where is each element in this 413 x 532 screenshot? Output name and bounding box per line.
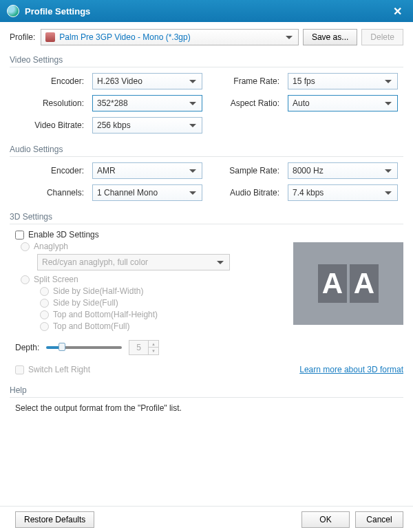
learn-more-3d-link[interactable]: Learn more about 3D format [299,365,403,374]
split-screen-radio [21,275,30,284]
spin-down-icon: ▼ [149,348,158,354]
resolution-label: Resolution: [15,98,84,108]
chevron-down-icon [385,102,392,105]
tb-half-radio [40,310,49,319]
anaglyph-mode-select: Red/cyan anaglyph, full color [37,254,230,270]
resolution-select[interactable]: 352*288 [92,95,202,111]
sample-rate-select[interactable]: 8000 Hz [288,162,398,179]
chevron-down-icon [189,191,196,195]
3d-settings-title: 3D Settings [10,212,403,224]
chevron-down-icon [189,80,196,83]
channels-label: Channels: [15,188,84,198]
channels-select[interactable]: 1 Channel Mono [92,184,202,201]
sbs-half-radio [40,287,49,296]
frame-rate-label: Frame Rate: [211,76,279,86]
aspect-ratio-select[interactable]: Auto [288,95,398,111]
audio-encoder-select[interactable]: AMR [92,162,202,179]
enable-3d-checkbox-row[interactable]: Enable 3D Settings [15,230,403,240]
profile-value: Palm Pre 3GP Video - Mono (*.3gp) [59,32,190,42]
app-icon [7,5,19,17]
spin-up-icon: ▲ [149,341,158,348]
window-title: Profile Settings [25,6,90,17]
3d-preview: AA [293,242,403,325]
audio-bitrate-select[interactable]: 7.4 kbps [288,184,398,201]
chevron-down-icon [189,102,196,105]
chevron-down-icon [385,191,392,195]
audio-settings-title: Audio Settings [10,145,403,157]
video-encoder-select[interactable]: H.263 Video [92,73,202,89]
chevron-down-icon [189,169,196,173]
depth-spinner: 5 ▲▼ [129,340,159,355]
video-bitrate-label: Video Bitrate: [15,120,84,130]
ok-button[interactable]: OK [301,511,350,528]
audio-bitrate-label: Audio Bitrate: [211,188,279,198]
restore-defaults-button[interactable]: Restore Defaults [15,511,94,528]
profile-format-icon [45,32,55,42]
chevron-down-icon [189,124,196,127]
anaglyph-radio [21,242,30,251]
title-bar: Profile Settings ✕ [0,0,413,22]
frame-rate-select[interactable]: 15 fps [288,73,398,89]
depth-label: Depth: [15,343,39,352]
depth-slider[interactable] [46,346,122,349]
close-icon[interactable]: ✕ [389,5,406,18]
chevron-down-icon [286,36,293,39]
profile-label: Profile: [10,32,35,42]
chevron-down-icon [385,169,392,173]
audio-encoder-label: Encoder: [15,166,84,175]
sbs-full-radio [40,299,49,308]
profile-select[interactable]: Palm Pre 3GP Video - Mono (*.3gp) [41,29,299,45]
chevron-down-icon [217,261,224,264]
video-bitrate-select[interactable]: 256 kbps [92,117,202,134]
slider-thumb[interactable] [59,343,65,351]
sample-rate-label: Sample Rate: [211,166,279,175]
video-settings-title: Video Settings [10,55,403,67]
save-as-button[interactable]: Save as... [303,29,357,45]
cancel-button[interactable]: Cancel [355,511,403,528]
video-encoder-label: Encoder: [15,76,84,86]
help-title: Help [10,385,403,398]
switch-lr-checkbox [15,365,24,374]
enable-3d-checkbox[interactable] [15,231,24,240]
delete-button: Delete [361,29,403,45]
help-text: Select the output format from the "Profi… [15,403,403,413]
chevron-down-icon [385,80,392,83]
tb-full-radio [40,322,49,331]
aspect-ratio-label: Aspect Ratio: [211,98,279,108]
